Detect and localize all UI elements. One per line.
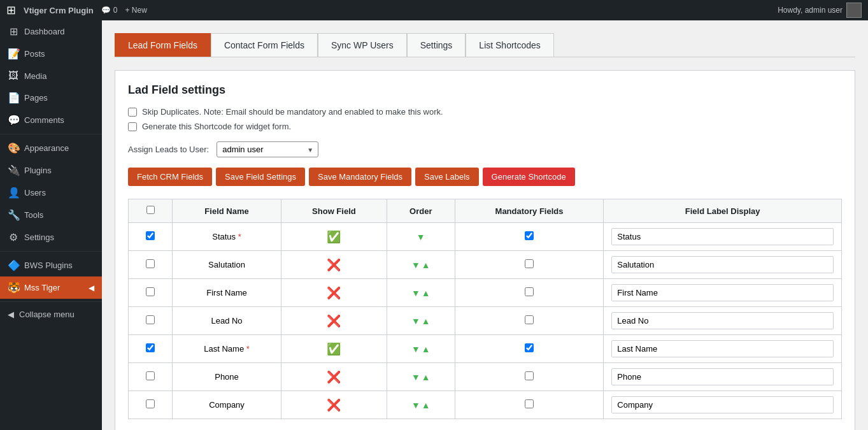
arrow-down-icon[interactable]: ▼ bbox=[411, 288, 420, 298]
mandatory-cell[interactable] bbox=[455, 251, 604, 279]
order-cell[interactable]: ▼▲ bbox=[387, 307, 455, 335]
label-input[interactable] bbox=[611, 284, 834, 301]
save-labels-button[interactable]: Save Labels bbox=[415, 168, 479, 186]
sidebar-item-bws-plugins[interactable]: 🔷 BWS Plugins bbox=[0, 254, 102, 276]
arrow-down-icon[interactable]: ▼ bbox=[411, 316, 420, 326]
arrow-down-icon[interactable]: ▼ bbox=[411, 260, 420, 270]
sidebar-item-mss-tiger[interactable]: 🐯 Mss Tiger ◀ bbox=[0, 276, 102, 299]
label-input[interactable] bbox=[611, 396, 834, 413]
label-display-cell[interactable] bbox=[604, 223, 842, 251]
select-all-checkbox[interactable] bbox=[146, 206, 155, 214]
sidebar-item-comments[interactable]: 💬 Comments bbox=[0, 109, 102, 131]
sidebar-item-tools[interactable]: 🔧 Tools bbox=[0, 204, 102, 226]
mandatory-checkbox[interactable] bbox=[525, 287, 534, 296]
show-field-cell[interactable]: ✅ bbox=[281, 223, 387, 251]
tab-lead-form[interactable]: Lead Form Fields bbox=[115, 33, 211, 57]
sidebar-item-posts[interactable]: 📝 Posts bbox=[0, 43, 102, 65]
arrow-down-icon[interactable]: ▼ bbox=[411, 400, 420, 410]
label-input[interactable] bbox=[611, 340, 834, 357]
skip-duplicates-label: Skip Duplicates. Note: Email should be m… bbox=[142, 107, 443, 117]
save-mandatory-fields-button[interactable]: Save Mandatory Fields bbox=[309, 168, 411, 186]
show-field-cell[interactable]: ❌ bbox=[281, 363, 387, 391]
col-mandatory-fields: Mandatory Fields bbox=[455, 199, 604, 223]
row-checkbox[interactable] bbox=[146, 371, 155, 380]
order-cell[interactable]: ▼▲ bbox=[387, 363, 455, 391]
row-checkbox[interactable] bbox=[146, 231, 155, 240]
label-input[interactable] bbox=[611, 228, 834, 245]
mandatory-checkbox[interactable] bbox=[525, 399, 534, 408]
label-input[interactable] bbox=[611, 368, 834, 385]
show-field-cell[interactable]: ❌ bbox=[281, 251, 387, 279]
label-display-cell[interactable] bbox=[604, 251, 842, 279]
mandatory-checkbox[interactable] bbox=[525, 343, 534, 352]
assign-select[interactable]: admin user bbox=[217, 141, 318, 157]
label-display-cell[interactable] bbox=[604, 307, 842, 335]
row-checkbox[interactable] bbox=[146, 399, 155, 408]
arrow-up-icon[interactable]: ▲ bbox=[422, 372, 430, 382]
mandatory-cell[interactable] bbox=[455, 391, 604, 419]
arrow-up-icon[interactable]: ▲ bbox=[422, 288, 430, 298]
sidebar-item-dashboard[interactable]: ⊞ Dashboard bbox=[0, 20, 102, 43]
mandatory-checkbox[interactable] bbox=[525, 259, 534, 268]
arrow-down-icon[interactable]: ▼ bbox=[411, 344, 420, 354]
sidebar-item-settings[interactable]: ⚙ Settings bbox=[0, 226, 102, 248]
tab-settings[interactable]: Settings bbox=[407, 33, 466, 57]
label-display-cell[interactable] bbox=[604, 363, 842, 391]
label-display-cell[interactable] bbox=[604, 279, 842, 307]
row-checkbox[interactable] bbox=[146, 287, 155, 296]
tab-contact-form[interactable]: Contact Form Fields bbox=[211, 33, 318, 57]
site-name: Vtiger Crm Plugin bbox=[24, 6, 94, 15]
sidebar-item-media[interactable]: 🖼 Media bbox=[0, 65, 102, 87]
mandatory-checkbox[interactable] bbox=[525, 231, 534, 240]
save-field-settings-button[interactable]: Save Field Settings bbox=[216, 168, 305, 186]
mandatory-cell[interactable] bbox=[455, 279, 604, 307]
label-display-cell[interactable] bbox=[604, 391, 842, 419]
sidebar-item-pages[interactable]: 📄 Pages bbox=[0, 87, 102, 109]
show-field-cell[interactable]: ❌ bbox=[281, 279, 387, 307]
collapse-menu-button[interactable]: ◀ Collapse menu bbox=[0, 305, 102, 324]
mandatory-cell[interactable] bbox=[455, 223, 604, 251]
skip-duplicates-checkbox[interactable] bbox=[128, 108, 137, 117]
sidebar-item-label: Posts bbox=[24, 49, 45, 59]
mandatory-cell[interactable] bbox=[455, 335, 604, 363]
show-field-cell[interactable]: ❌ bbox=[281, 307, 387, 335]
mandatory-cell[interactable] bbox=[455, 307, 604, 335]
generate-shortcode-checkbox[interactable] bbox=[128, 122, 137, 131]
arrow-down-icon[interactable]: ▼ bbox=[411, 372, 420, 382]
mandatory-cell[interactable] bbox=[455, 363, 604, 391]
generate-shortcode-row: Generate this Shortcode for widget form. bbox=[128, 122, 842, 131]
mandatory-checkbox[interactable] bbox=[525, 371, 534, 380]
arrow-up-icon[interactable]: ▲ bbox=[422, 344, 430, 354]
new-link[interactable]: + New bbox=[125, 6, 146, 15]
label-input[interactable] bbox=[611, 312, 834, 329]
fetch-crm-button[interactable]: Fetch CRM Fields bbox=[128, 168, 212, 186]
arrow-up-icon[interactable]: ▲ bbox=[422, 400, 430, 410]
label-input[interactable] bbox=[611, 256, 834, 273]
row-checkbox[interactable] bbox=[146, 315, 155, 324]
label-display-cell[interactable] bbox=[604, 335, 842, 363]
tab-list-shortcodes[interactable]: List Shortcodes bbox=[466, 33, 554, 57]
order-cell[interactable]: ▼▲ bbox=[387, 279, 455, 307]
show-field-cell[interactable]: ✅ bbox=[281, 335, 387, 363]
row-checkbox[interactable] bbox=[146, 259, 155, 268]
assign-row: Assign Leads to User: admin user bbox=[128, 141, 842, 157]
table-row: Salutation❌▼▲ bbox=[129, 251, 842, 279]
sidebar-item-appearance[interactable]: 🎨 Appearance bbox=[0, 137, 102, 159]
tab-sync-users[interactable]: Sync WP Users bbox=[318, 33, 407, 57]
mandatory-checkbox[interactable] bbox=[525, 315, 534, 324]
comments-icon: 💬 bbox=[8, 114, 19, 126]
show-field-cell[interactable]: ❌ bbox=[281, 391, 387, 419]
row-checkbox[interactable] bbox=[146, 343, 155, 352]
order-cell[interactable]: ▼▲ bbox=[387, 391, 455, 419]
generate-shortcode-button[interactable]: Generate Shortcode bbox=[483, 168, 575, 186]
order-cell[interactable]: ▼▲ bbox=[387, 251, 455, 279]
arrow-up-icon[interactable]: ▲ bbox=[422, 316, 430, 326]
sidebar-item-plugins[interactable]: 🔌 Plugins bbox=[0, 159, 102, 182]
arrow-up-icon[interactable]: ▲ bbox=[422, 260, 430, 270]
sidebar-item-users[interactable]: 👤 Users bbox=[0, 182, 102, 204]
order-cell[interactable]: ▼▲ bbox=[387, 335, 455, 363]
assign-label: Assign Leads to User: bbox=[128, 145, 209, 154]
order-cell[interactable]: ▼ bbox=[387, 223, 455, 251]
arrow-down-icon[interactable]: ▼ bbox=[416, 232, 425, 242]
comments-link[interactable]: 💬 0 bbox=[101, 6, 118, 15]
